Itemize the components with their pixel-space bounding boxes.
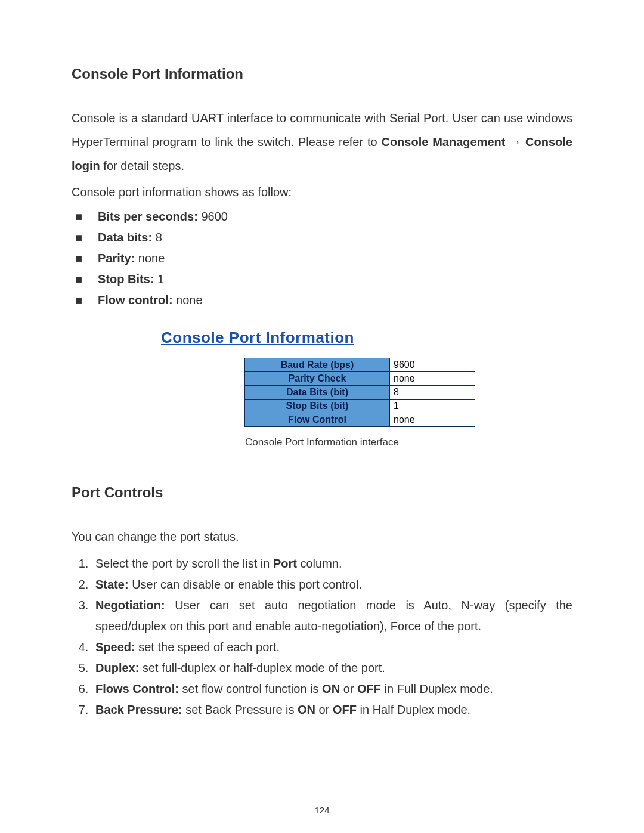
table-row: Baud Rate (bps) 9600 [245, 358, 475, 372]
text: set Back Pressure is [182, 703, 298, 716]
text-bold: Back Pressure: [95, 703, 182, 716]
list-item-label: Bits per seconds: [98, 210, 198, 223]
text: Select the port by scroll the list in [95, 557, 273, 570]
list-item: Select the port by scroll the list in Po… [92, 553, 572, 574]
text-bold: ON [322, 682, 340, 695]
list-item: Data bits: 8 [72, 227, 572, 248]
cell-label: Flow Control [245, 413, 390, 427]
cell-value: none [390, 372, 475, 386]
cell-label: Baud Rate (bps) [245, 358, 390, 372]
text-bold: State: [95, 578, 129, 591]
list-item-label: Stop Bits: [98, 272, 154, 286]
paragraph: Console is a standard UART interface to … [72, 106, 572, 178]
bullet-list: Bits per seconds: 9600 Data bits: 8 Pari… [72, 206, 572, 311]
ordered-list: Select the port by scroll the list in Po… [72, 553, 572, 720]
text-bold: Flows Control: [95, 682, 179, 695]
list-item: Flow control: none [72, 290, 572, 311]
text: or [315, 703, 333, 716]
list-item-value: none [173, 293, 203, 306]
text: set the speed of each port. [135, 640, 280, 654]
text-bold: OFF [357, 682, 381, 695]
list-item: State: User can disable or enable this p… [92, 574, 572, 595]
cell-value: 9600 [390, 358, 475, 372]
cell-value: none [390, 413, 475, 427]
figure-caption: Console Port Information interface [72, 436, 572, 448]
heading-port-controls: Port Controls [72, 484, 572, 501]
list-item: Duplex: set full-duplex or half-duplex m… [92, 658, 572, 679]
text-bold: ON [298, 703, 315, 716]
list-item-value: 1 [154, 272, 164, 286]
text: or [340, 682, 357, 695]
paragraph: Console port information shows as follow… [72, 180, 572, 204]
text: for detail steps. [100, 159, 184, 172]
screenshot-title: Console Port Information [161, 329, 483, 347]
list-item: Speed: set the speed of each port. [92, 637, 572, 658]
text: set flow control function is [179, 682, 322, 695]
list-item: Stop Bits: 1 [72, 269, 572, 290]
cell-value: 8 [390, 386, 475, 400]
text: in Full Duplex mode. [381, 682, 493, 695]
text: column. [297, 557, 342, 570]
list-item: Flows Control: set flow control function… [92, 679, 572, 699]
document-page: Console Port Information Console is a st… [0, 0, 644, 833]
list-item-label: Flow control: [98, 293, 173, 306]
list-item: Bits per seconds: 9600 [72, 206, 572, 227]
table-row: Parity Check none [245, 372, 475, 386]
text-bold: OFF [333, 703, 357, 716]
text-bold: Port [273, 557, 297, 570]
page-number: 124 [0, 805, 644, 815]
text-bold: Speed: [95, 640, 135, 654]
list-item: Back Pressure: set Back Pressure is ON o… [92, 699, 572, 720]
text-bold: Duplex: [95, 661, 139, 674]
table-row: Data Bits (bit) 8 [245, 386, 475, 400]
paragraph: You can change the port status. [72, 525, 572, 549]
list-item-value: 8 [152, 231, 162, 244]
text: in Half Duplex mode. [357, 703, 470, 716]
cell-label: Data Bits (bit) [245, 386, 390, 400]
list-item: Parity: none [72, 248, 572, 269]
table-row: Stop Bits (bit) 1 [245, 400, 475, 413]
cell-label: Parity Check [245, 372, 390, 386]
console-port-table: Baud Rate (bps) 9600 Parity Check none D… [244, 358, 475, 427]
cell-label: Stop Bits (bit) [245, 400, 390, 413]
text-bold: Negotiation: [95, 599, 165, 612]
list-item-value: 9600 [198, 210, 228, 223]
heading-console-port-information: Console Port Information [72, 66, 572, 82]
list-item-label: Parity: [98, 252, 135, 265]
table-row: Flow Control none [245, 413, 475, 427]
text: User can disable or enable this port con… [129, 578, 362, 591]
text: set full-duplex or half-duplex mode of t… [139, 661, 385, 674]
list-item-value: none [135, 252, 165, 265]
text: User can set auto negotiation mode is Au… [95, 599, 572, 633]
embedded-screenshot: Console Port Information Baud Rate (bps)… [161, 329, 483, 427]
list-item-label: Data bits: [98, 231, 152, 244]
list-item: Negotiation: User can set auto negotiati… [92, 595, 572, 637]
cell-value: 1 [390, 400, 475, 413]
